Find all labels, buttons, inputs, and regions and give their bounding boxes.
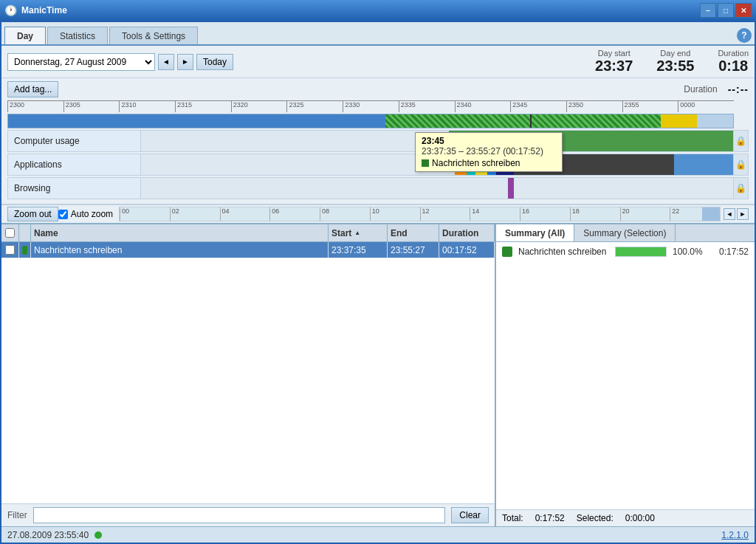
full-tick-14: 14 <box>470 207 520 221</box>
selected-value: 0:00:00 <box>625 513 655 523</box>
selected-label: Selected: <box>577 513 614 523</box>
select-all-checkbox[interactable] <box>5 228 15 238</box>
app-bar-lightblue <box>674 154 733 175</box>
main-timeline-bar[interactable] <box>7 114 734 128</box>
bar-green-stripe <box>385 114 661 128</box>
title-bar: 🕐 ManicTime – □ ✕ <box>0 0 756 21</box>
help-button[interactable]: ? <box>737 28 752 43</box>
summary-tab-selection[interactable]: Summary (Selection) <box>574 224 676 241</box>
summary-name: Nachrichten schreiben <box>518 247 609 257</box>
tick-2325: 2325 <box>286 101 343 112</box>
full-tick-18: 18 <box>570 207 620 221</box>
tick-2305: 2305 <box>63 101 120 112</box>
track-applications[interactable]: Applications 🔒 <box>7 154 749 176</box>
tab-statistics-label: Statistics <box>60 31 95 41</box>
close-button[interactable]: ✕ <box>735 3 752 18</box>
color-indicator <box>22 246 27 255</box>
minimize-button[interactable]: – <box>700 3 716 18</box>
summary-tab-all[interactable]: Summary (All) <box>496 224 574 241</box>
browsing-bar <box>508 178 514 199</box>
td-end: 23:55:27 <box>388 242 439 258</box>
filter-input[interactable] <box>33 507 446 523</box>
th-color <box>19 224 31 241</box>
summary-tab-selection-label: Summary (Selection) <box>583 228 666 238</box>
auto-zoom-checkbox[interactable] <box>58 210 68 219</box>
clear-button[interactable]: Clear <box>451 507 489 523</box>
day-end-stat: Day end 23:55 <box>656 49 694 75</box>
bar-blue <box>8 114 385 128</box>
bar-yellow <box>661 114 697 128</box>
track-computer-usage[interactable]: Computer usage 🔒 23:45 23:37:35 – 23:55:… <box>7 130 749 152</box>
today-button[interactable]: Today <box>196 54 233 70</box>
duration-stat: Duration 0:18 <box>718 49 749 75</box>
tick-2355: 2355 <box>622 101 678 112</box>
td-duration: 00:17:52 <box>439 242 495 258</box>
tab-tools[interactable]: Tools & Settings <box>109 27 198 44</box>
zoom-out-button[interactable]: Zoom out <box>7 207 58 221</box>
main-window: Day Statistics Tools & Settings ? Donner… <box>0 21 756 544</box>
toolbar: Donnerstag, 27 August 2009 ◄ ► Today Day… <box>1 46 755 78</box>
auto-zoom-label[interactable]: Auto zoom <box>58 209 113 219</box>
scroll-right-icon[interactable]: ► <box>737 208 749 220</box>
duration-value: 0:18 <box>718 58 749 75</box>
date-nav: Donnerstag, 27 August 2009 ◄ ► Today <box>7 53 233 71</box>
summary-percent: 100.0% <box>673 247 702 257</box>
tick-2330: 2330 <box>343 101 399 112</box>
track-browsing-label: Browsing <box>8 178 141 199</box>
track-computer-lock[interactable]: 🔒 <box>733 131 748 151</box>
tick-2345: 2345 <box>510 101 566 112</box>
summary-bar <box>616 247 666 256</box>
track-browsing-lock[interactable]: 🔒 <box>733 178 748 199</box>
add-tag-button[interactable]: Add tag... <box>7 81 58 97</box>
app-icon: 🕐 <box>4 4 17 16</box>
full-tick-20: 20 <box>620 207 670 221</box>
prev-day-button[interactable]: ◄ <box>158 54 174 70</box>
sort-icon: ▲ <box>354 230 360 236</box>
filter-label: Filter <box>7 510 27 520</box>
tab-statistics[interactable]: Statistics <box>47 27 108 44</box>
bottom-section: Name Start ▲ End Duration <box>1 223 755 526</box>
td-name: Nachrichten schreiben <box>31 242 329 258</box>
tag-duration-value: --:-- <box>728 83 749 95</box>
tab-tools-label: Tools & Settings <box>122 31 185 41</box>
table-body: Nachrichten schreiben 23:37:35 23:55:27 … <box>1 242 495 503</box>
tab-day[interactable]: Day <box>4 27 46 44</box>
full-tick-06: 06 <box>269 207 320 221</box>
table-header: Name Start ▲ End Duration <box>1 224 495 242</box>
full-day-ruler[interactable]: 00 02 04 06 08 10 12 14 16 18 20 22 <box>119 207 721 221</box>
summary-body: Nachrichten schreiben 100.0% 0:17:52 <box>496 242 755 509</box>
timeline-section: Add tag... Duration --:-- 2300 2305 2310… <box>1 78 755 204</box>
tag-duration-label: Duration <box>684 84 717 94</box>
th-start[interactable]: Start ▲ <box>329 224 388 241</box>
tick-2315: 2315 <box>175 101 231 112</box>
summary-bar-container <box>615 247 667 257</box>
table-row[interactable]: Nachrichten schreiben 23:37:35 23:55:27 … <box>1 242 495 258</box>
row-checkbox[interactable] <box>5 245 15 255</box>
th-end[interactable]: End <box>388 224 439 241</box>
summary-color-indicator <box>502 247 512 257</box>
timeline-nav-icons: ◄ ► <box>724 208 749 220</box>
tab-bar: Day Statistics Tools & Settings ? <box>1 22 755 46</box>
th-check[interactable] <box>1 224 19 241</box>
th-duration[interactable]: Duration <box>439 224 495 241</box>
cursor-line <box>530 114 532 128</box>
left-panel: Name Start ▲ End Duration <box>1 224 496 526</box>
track-browsing[interactable]: Browsing 🔒 <box>7 177 749 199</box>
summary-duration: 0:17:52 <box>708 247 749 257</box>
date-select[interactable]: Donnerstag, 27 August 2009 <box>7 53 155 71</box>
td-check[interactable] <box>1 242 19 258</box>
tick-0000: 0000 <box>678 101 734 112</box>
track-browsing-timeline[interactable] <box>141 178 733 199</box>
full-tick-04: 04 <box>220 207 270 221</box>
version-link[interactable]: 1.2.1.0 <box>721 530 749 540</box>
track-applications-lock[interactable]: 🔒 <box>733 154 748 175</box>
maximize-button[interactable]: □ <box>718 3 734 18</box>
status-dot <box>94 531 102 539</box>
full-tick-12: 12 <box>420 207 470 221</box>
full-tick-08: 08 <box>320 207 370 221</box>
th-name[interactable]: Name <box>31 224 329 241</box>
next-day-button[interactable]: ► <box>177 54 193 70</box>
day-end-label: Day end <box>656 49 694 58</box>
tooltip-color-box <box>422 159 429 167</box>
scroll-left-icon[interactable]: ◄ <box>724 208 735 220</box>
